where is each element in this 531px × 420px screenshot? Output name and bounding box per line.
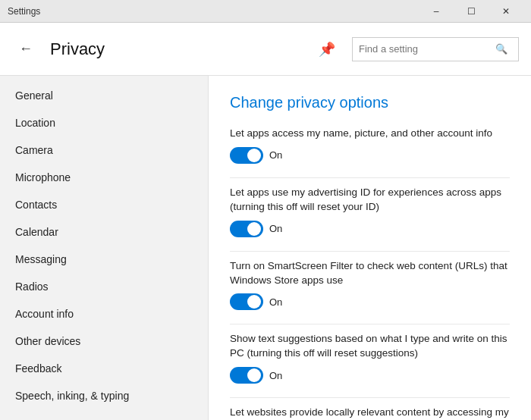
toggle-advertising-id[interactable] (230, 221, 263, 237)
sidebar-item-other-devices[interactable]: Other devices (0, 328, 208, 355)
sidebar-item-calendar[interactable]: Calendar (0, 218, 208, 246)
privacy-option-smartscreen: Turn on SmartScreen Filter to check web … (230, 259, 510, 311)
toggle-label-advertising-id: On (269, 223, 282, 234)
title-bar: Settings – ☐ ✕ (0, 0, 531, 23)
option-label-language-list: Let websites provide locally relevant co… (230, 406, 510, 420)
privacy-option-advertising-id: Let apps use my advertising ID for exper… (230, 186, 510, 237)
sidebar-item-general[interactable]: General (0, 82, 208, 109)
sidebar-item-feedback[interactable]: Feedback (0, 355, 208, 382)
search-input[interactable] (359, 43, 495, 55)
main-content: Change privacy options Let apps access m… (209, 76, 531, 420)
search-box: 🔍 (352, 37, 519, 61)
close-button[interactable]: ✕ (489, 0, 523, 23)
sidebar-item-location[interactable]: Location (0, 109, 208, 136)
toggle-row-text-suggestions: On (230, 367, 510, 384)
title-bar-controls: – ☐ ✕ (419, 0, 523, 23)
sidebar: General Location Camera Microphone Conta… (0, 76, 209, 420)
page-title: Privacy (50, 39, 308, 59)
option-label-smartscreen: Turn on SmartScreen Filter to check web … (230, 259, 510, 288)
divider-3 (230, 324, 510, 324)
toggle-label-smartscreen: On (269, 296, 282, 308)
divider-4 (230, 397, 510, 398)
privacy-option-language-list: Let websites provide locally relevant co… (230, 406, 510, 420)
divider-1 (230, 177, 510, 178)
minimize-button[interactable]: – (419, 0, 454, 23)
privacy-option-account-info: Let apps access my name, picture, and ot… (230, 127, 510, 164)
sidebar-item-microphone[interactable]: Microphone (0, 164, 208, 191)
option-label-advertising-id: Let apps use my advertising ID for exper… (230, 186, 510, 215)
toggle-label-account-info: On (269, 149, 282, 161)
maximize-button[interactable]: ☐ (454, 0, 489, 23)
back-button[interactable]: ← (12, 36, 39, 63)
header: ← Privacy 📌 🔍 (0, 23, 531, 76)
privacy-option-text-suggestions: Show text suggestions based on what I ty… (230, 332, 510, 384)
toggle-row-account-info: On (230, 147, 510, 164)
search-icon: 🔍 (495, 43, 507, 55)
app-title: Settings (8, 6, 40, 17)
toggle-smartscreen[interactable] (230, 293, 263, 310)
option-label-account-info: Let apps access my name, picture, and ot… (230, 127, 510, 141)
sidebar-item-account-info[interactable]: Account info (0, 300, 208, 328)
sidebar-item-camera[interactable]: Camera (0, 136, 208, 164)
divider-2 (230, 251, 510, 252)
sidebar-item-messaging[interactable]: Messaging (0, 246, 208, 273)
sidebar-item-radios[interactable]: Radios (0, 273, 208, 300)
toggle-label-text-suggestions: On (269, 370, 282, 381)
sidebar-item-speech[interactable]: Speech, inking, & typing (0, 382, 208, 409)
toggle-row-smartscreen: On (230, 293, 510, 310)
pin-icon[interactable]: 📌 (319, 41, 335, 58)
title-bar-left: Settings (8, 6, 40, 17)
toggle-text-suggestions[interactable] (230, 367, 263, 384)
toggle-account-info[interactable] (230, 147, 263, 164)
sidebar-item-contacts[interactable]: Contacts (0, 191, 208, 218)
main-title: Change privacy options (230, 94, 510, 111)
toggle-row-advertising-id: On (230, 221, 510, 237)
content: General Location Camera Microphone Conta… (0, 76, 531, 420)
option-label-text-suggestions: Show text suggestions based on what I ty… (230, 332, 510, 361)
